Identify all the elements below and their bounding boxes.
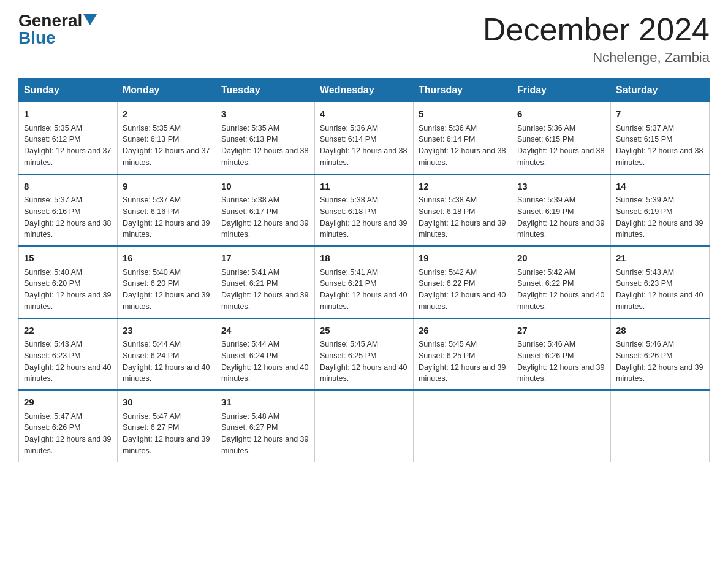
day-number: 23 [123,324,211,338]
day-number: 13 [517,180,605,194]
calendar-week-row: 15Sunrise: 5:40 AMSunset: 6:20 PMDayligh… [19,246,710,318]
calendar-cell: 17Sunrise: 5:41 AMSunset: 6:21 PMDayligh… [216,246,315,318]
day-number: 25 [320,324,408,338]
calendar-cell: 28Sunrise: 5:46 AMSunset: 6:26 PMDayligh… [611,318,710,391]
calendar-header-row: Sunday Monday Tuesday Wednesday Thursday… [19,79,710,102]
calendar-cell: 18Sunrise: 5:41 AMSunset: 6:21 PMDayligh… [315,246,414,318]
calendar-cell [512,390,611,462]
day-number: 21 [616,251,704,266]
calendar-cell: 13Sunrise: 5:39 AMSunset: 6:19 PMDayligh… [512,174,611,247]
day-number: 1 [24,107,112,121]
calendar-cell [414,390,512,462]
day-number: 16 [123,251,211,266]
calendar-week-row: 22Sunrise: 5:43 AMSunset: 6:23 PMDayligh… [19,318,710,391]
day-info: Sunrise: 5:47 AMSunset: 6:26 PMDaylight:… [24,411,112,457]
day-number: 4 [320,107,408,121]
day-number: 12 [419,180,507,194]
calendar-cell: 29Sunrise: 5:47 AMSunset: 6:26 PMDayligh… [19,390,118,462]
day-info: Sunrise: 5:39 AMSunset: 6:19 PMDaylight:… [616,194,704,240]
day-info: Sunrise: 5:44 AMSunset: 6:24 PMDaylight:… [221,339,309,385]
day-number: 7 [616,107,704,121]
day-number: 18 [320,251,408,266]
calendar-cell: 21Sunrise: 5:43 AMSunset: 6:23 PMDayligh… [611,246,710,318]
calendar-cell: 25Sunrise: 5:45 AMSunset: 6:25 PMDayligh… [315,318,414,391]
calendar-table: Sunday Monday Tuesday Wednesday Thursday… [18,78,710,462]
calendar-cell: 3Sunrise: 5:35 AMSunset: 6:13 PMDaylight… [216,102,315,174]
day-info: Sunrise: 5:48 AMSunset: 6:27 PMDaylight:… [221,411,309,457]
day-info: Sunrise: 5:46 AMSunset: 6:26 PMDaylight:… [517,339,605,385]
calendar-cell: 10Sunrise: 5:38 AMSunset: 6:17 PMDayligh… [216,174,315,247]
day-number: 17 [221,251,309,266]
day-number: 3 [221,107,309,121]
header-thursday: Thursday [414,79,512,102]
logo: General Blue [18,12,97,47]
calendar-cell: 7Sunrise: 5:37 AMSunset: 6:15 PMDaylight… [611,102,710,174]
calendar-cell: 26Sunrise: 5:45 AMSunset: 6:25 PMDayligh… [414,318,512,391]
day-info: Sunrise: 5:37 AMSunset: 6:16 PMDaylight:… [123,194,211,240]
day-info: Sunrise: 5:37 AMSunset: 6:15 PMDaylight:… [616,123,704,169]
day-number: 20 [517,251,605,266]
day-info: Sunrise: 5:43 AMSunset: 6:23 PMDaylight:… [24,339,112,385]
day-info: Sunrise: 5:41 AMSunset: 6:21 PMDaylight:… [221,267,309,313]
day-info: Sunrise: 5:40 AMSunset: 6:20 PMDaylight:… [24,267,112,313]
calendar-cell: 5Sunrise: 5:36 AMSunset: 6:14 PMDaylight… [414,102,512,174]
day-number: 22 [24,324,112,338]
day-info: Sunrise: 5:41 AMSunset: 6:21 PMDaylight:… [320,267,408,313]
calendar-cell: 24Sunrise: 5:44 AMSunset: 6:24 PMDayligh… [216,318,315,391]
day-info: Sunrise: 5:36 AMSunset: 6:15 PMDaylight:… [517,123,605,169]
header-saturday: Saturday [611,79,710,102]
day-info: Sunrise: 5:39 AMSunset: 6:19 PMDaylight:… [517,194,605,240]
day-number: 6 [517,107,605,121]
day-info: Sunrise: 5:37 AMSunset: 6:16 PMDaylight:… [24,194,112,240]
logo-general: General [18,12,82,29]
day-number: 15 [24,251,112,266]
location-subtitle: Nchelenge, Zambia [483,50,710,66]
calendar-cell: 22Sunrise: 5:43 AMSunset: 6:23 PMDayligh… [19,318,118,391]
day-info: Sunrise: 5:35 AMSunset: 6:13 PMDaylight:… [221,123,309,169]
day-number: 9 [123,180,211,194]
calendar-cell: 15Sunrise: 5:40 AMSunset: 6:20 PMDayligh… [19,246,118,318]
day-info: Sunrise: 5:35 AMSunset: 6:13 PMDaylight:… [123,123,211,169]
calendar-cell: 27Sunrise: 5:46 AMSunset: 6:26 PMDayligh… [512,318,611,391]
day-number: 28 [616,324,704,338]
day-info: Sunrise: 5:36 AMSunset: 6:14 PMDaylight:… [320,123,408,169]
day-number: 31 [221,396,309,410]
month-title: December 2024 [483,12,710,47]
header-sunday: Sunday [19,79,118,102]
day-number: 29 [24,396,112,410]
day-info: Sunrise: 5:35 AMSunset: 6:12 PMDaylight:… [24,123,112,169]
calendar-week-row: 8Sunrise: 5:37 AMSunset: 6:16 PMDaylight… [19,174,710,247]
day-number: 2 [123,107,211,121]
day-number: 10 [221,180,309,194]
day-number: 19 [419,251,507,266]
day-info: Sunrise: 5:44 AMSunset: 6:24 PMDaylight:… [123,339,211,385]
svg-marker-0 [83,14,97,25]
calendar-week-row: 29Sunrise: 5:47 AMSunset: 6:26 PMDayligh… [19,390,710,462]
calendar-cell: 31Sunrise: 5:48 AMSunset: 6:27 PMDayligh… [216,390,315,462]
calendar-cell: 6Sunrise: 5:36 AMSunset: 6:15 PMDaylight… [512,102,611,174]
day-info: Sunrise: 5:47 AMSunset: 6:27 PMDaylight:… [123,411,211,457]
calendar-cell: 19Sunrise: 5:42 AMSunset: 6:22 PMDayligh… [414,246,512,318]
day-info: Sunrise: 5:42 AMSunset: 6:22 PMDaylight:… [419,267,507,313]
day-info: Sunrise: 5:38 AMSunset: 6:18 PMDaylight:… [320,194,408,240]
day-info: Sunrise: 5:45 AMSunset: 6:25 PMDaylight:… [419,339,507,385]
calendar-cell: 14Sunrise: 5:39 AMSunset: 6:19 PMDayligh… [611,174,710,247]
day-number: 26 [419,324,507,338]
day-number: 24 [221,324,309,338]
header-wednesday: Wednesday [315,79,414,102]
header-monday: Monday [118,79,216,102]
calendar-cell: 2Sunrise: 5:35 AMSunset: 6:13 PMDaylight… [118,102,216,174]
header-friday: Friday [512,79,611,102]
logo-blue: Blue [18,29,56,47]
day-info: Sunrise: 5:43 AMSunset: 6:23 PMDaylight:… [616,267,704,313]
calendar-cell: 12Sunrise: 5:38 AMSunset: 6:18 PMDayligh… [414,174,512,247]
calendar-cell: 30Sunrise: 5:47 AMSunset: 6:27 PMDayligh… [118,390,216,462]
day-info: Sunrise: 5:42 AMSunset: 6:22 PMDaylight:… [517,267,605,313]
title-section: December 2024 Nchelenge, Zambia [483,12,710,66]
day-info: Sunrise: 5:38 AMSunset: 6:18 PMDaylight:… [419,194,507,240]
day-number: 30 [123,396,211,410]
day-info: Sunrise: 5:36 AMSunset: 6:14 PMDaylight:… [419,123,507,169]
day-info: Sunrise: 5:45 AMSunset: 6:25 PMDaylight:… [320,339,408,385]
day-info: Sunrise: 5:40 AMSunset: 6:20 PMDaylight:… [123,267,211,313]
day-number: 8 [24,180,112,194]
